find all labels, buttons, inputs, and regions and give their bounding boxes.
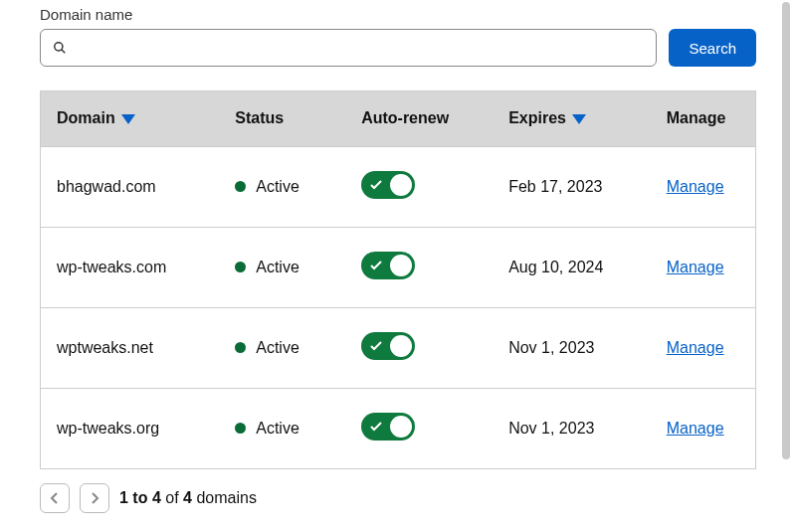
column-header-status[interactable]: Status bbox=[219, 91, 345, 147]
table-row: bhagwad.com Active Feb 17, 2023 Manage bbox=[41, 146, 756, 227]
search-input-container[interactable] bbox=[40, 29, 657, 67]
status-text: Active bbox=[256, 178, 299, 196]
cell-auto-renew bbox=[345, 227, 493, 307]
cell-manage: Manage bbox=[651, 388, 756, 468]
column-header-expires-label: Expires bbox=[508, 109, 566, 126]
status-text: Active bbox=[256, 259, 299, 276]
status-dot-icon bbox=[235, 262, 246, 272]
chevron-left-icon bbox=[50, 492, 60, 504]
cell-status: Active bbox=[219, 227, 345, 307]
auto-renew-toggle[interactable] bbox=[361, 252, 415, 279]
cell-domain: wp-tweaks.com bbox=[41, 227, 220, 307]
search-icon bbox=[53, 41, 67, 55]
scrollbar[interactable] bbox=[782, 2, 790, 459]
manage-link[interactable]: Manage bbox=[667, 339, 724, 356]
table-row: wptweaks.net Active Nov 1, 2023 Manage bbox=[41, 307, 756, 388]
column-header-status-label: Status bbox=[235, 109, 284, 126]
manage-link[interactable]: Manage bbox=[667, 259, 724, 275]
cell-expires: Nov 1, 2023 bbox=[493, 388, 651, 468]
manage-link[interactable]: Manage bbox=[667, 420, 724, 437]
toggle-knob bbox=[390, 174, 412, 196]
status-text: Active bbox=[256, 339, 299, 357]
domains-table: Domain Status Auto-renew Expires bbox=[40, 90, 756, 469]
pagination-total: 4 bbox=[183, 489, 192, 506]
next-page-button[interactable] bbox=[80, 483, 109, 513]
toggle-knob bbox=[390, 335, 412, 357]
cell-manage: Manage bbox=[651, 146, 756, 227]
auto-renew-toggle[interactable] bbox=[361, 171, 415, 199]
chevron-right-icon bbox=[90, 492, 100, 504]
cell-status: Active bbox=[219, 146, 345, 227]
status-dot-icon bbox=[235, 181, 246, 192]
auto-renew-toggle[interactable] bbox=[361, 413, 415, 441]
cell-manage: Manage bbox=[651, 307, 756, 388]
svg-point-0 bbox=[55, 43, 63, 51]
svg-marker-2 bbox=[121, 114, 135, 124]
cell-expires: Aug 10, 2024 bbox=[493, 227, 651, 307]
search-button[interactable]: Search bbox=[669, 29, 756, 67]
check-icon bbox=[370, 177, 382, 195]
domain-search-input[interactable] bbox=[75, 39, 644, 58]
cell-status: Active bbox=[219, 388, 345, 468]
check-icon bbox=[370, 338, 382, 356]
pagination-of: of bbox=[165, 489, 178, 506]
cell-expires: Nov 1, 2023 bbox=[493, 307, 651, 388]
column-header-expires[interactable]: Expires bbox=[493, 91, 651, 147]
cell-domain: bhagwad.com bbox=[41, 146, 220, 227]
pagination: 1 to 4 of 4 domains bbox=[40, 483, 756, 513]
table-row: wp-tweaks.com Active Aug 10, 2024 Manage bbox=[41, 227, 756, 307]
column-header-manage[interactable]: Manage bbox=[651, 91, 756, 147]
prev-page-button[interactable] bbox=[40, 483, 70, 513]
cell-domain: wptweaks.net bbox=[41, 307, 220, 388]
column-header-auto-renew-label: Auto-renew bbox=[361, 109, 449, 126]
table-row: wp-tweaks.org Active Nov 1, 2023 Manage bbox=[41, 388, 756, 468]
toggle-knob bbox=[390, 255, 412, 276]
column-header-auto-renew[interactable]: Auto-renew bbox=[345, 91, 493, 147]
auto-renew-toggle[interactable] bbox=[361, 332, 415, 360]
pagination-range: 1 to 4 bbox=[119, 489, 161, 506]
status-dot-icon bbox=[235, 423, 246, 434]
sort-caret-icon bbox=[121, 110, 135, 128]
manage-link[interactable]: Manage bbox=[667, 178, 724, 195]
cell-auto-renew bbox=[345, 388, 493, 468]
check-icon bbox=[370, 419, 382, 437]
toggle-knob bbox=[390, 416, 412, 438]
search-row: Search bbox=[40, 29, 756, 67]
cell-manage: Manage bbox=[651, 227, 756, 307]
column-header-domain[interactable]: Domain bbox=[41, 91, 220, 147]
cell-auto-renew bbox=[345, 146, 493, 227]
pagination-unit: domains bbox=[196, 489, 256, 506]
status-dot-icon bbox=[235, 342, 246, 353]
svg-line-1 bbox=[62, 50, 66, 54]
cell-expires: Feb 17, 2023 bbox=[493, 146, 651, 227]
sort-caret-icon bbox=[572, 110, 586, 128]
svg-marker-3 bbox=[572, 114, 586, 124]
domain-name-label: Domain name bbox=[40, 6, 756, 23]
pagination-text: 1 to 4 of 4 domains bbox=[119, 489, 257, 507]
column-header-domain-label: Domain bbox=[57, 109, 115, 126]
cell-status: Active bbox=[219, 307, 345, 388]
cell-auto-renew bbox=[345, 307, 493, 388]
check-icon bbox=[370, 258, 382, 275]
status-text: Active bbox=[256, 420, 299, 438]
cell-domain: wp-tweaks.org bbox=[41, 388, 220, 468]
column-header-manage-label: Manage bbox=[667, 109, 726, 126]
